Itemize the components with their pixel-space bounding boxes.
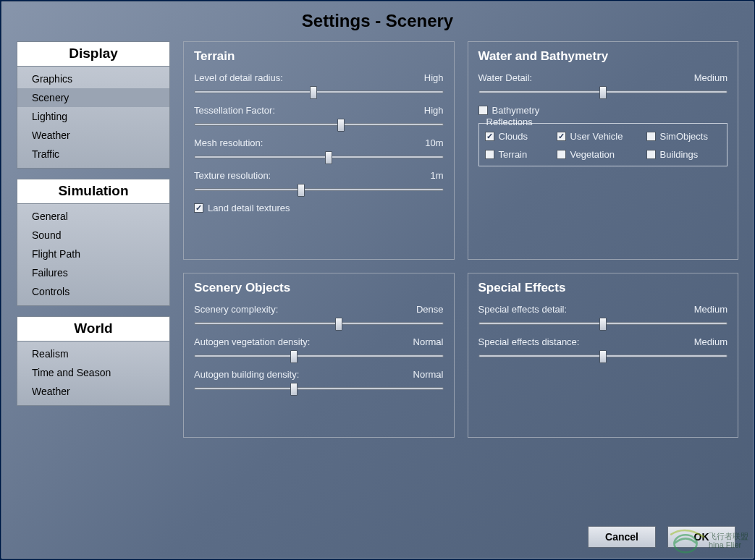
checkbox-vegetation[interactable]: Vegetation — [557, 149, 644, 160]
ok-button[interactable]: OK — [667, 526, 735, 548]
slider-water-detail[interactable] — [478, 85, 728, 99]
cancel-button[interactable]: Cancel — [588, 526, 656, 548]
page-title: Settings - Scenery — [2, 2, 753, 41]
check-icon: ✓ — [557, 132, 566, 141]
panel-terrain: Terrain Level of detail radius: High Tes… — [183, 41, 455, 260]
setting-fx-detail: Special effects detail: Medium — [478, 304, 728, 331]
panel-title-water: Water and Bathymetry — [478, 49, 728, 64]
setting-autogen-bld: Autogen building density: Normal — [194, 369, 444, 396]
sidebar-item-controls[interactable]: Controls — [17, 282, 169, 301]
sidebar-item-scenery[interactable]: Scenery — [17, 88, 169, 107]
value-tessellation: High — [424, 105, 444, 116]
sidebar-item-time-season[interactable]: Time and Season — [17, 363, 169, 382]
slider-fx-distance[interactable] — [478, 349, 728, 363]
footer: Cancel OK — [183, 520, 738, 548]
checkbox-land-detail[interactable]: ✓ Land detail textures — [194, 203, 444, 213]
panel-effects: Special Effects Special effects detail: … — [468, 273, 739, 438]
label-autogen-bld: Autogen building density: — [194, 369, 299, 380]
value-fx-detail: Medium — [694, 304, 727, 315]
legend-reflections: Reflections — [484, 116, 536, 127]
slider-lod-radius[interactable] — [194, 85, 444, 99]
check-icon: ✓ — [485, 132, 494, 141]
setting-lod-radius: Level of detail radius: High — [194, 72, 444, 99]
panel-water: Water and Bathymetry Water Detail: Mediu… — [468, 41, 739, 260]
checkbox-bathymetry[interactable]: Bathymetry — [478, 105, 728, 116]
setting-water-detail: Water Detail: Medium — [478, 72, 728, 99]
sidebar-item-realism[interactable]: Realism — [17, 344, 169, 363]
value-autogen-veg: Normal — [413, 336, 444, 347]
slider-mesh-res[interactable] — [194, 150, 444, 164]
slider-tex-res[interactable] — [194, 182, 444, 197]
sidebar-item-flight-path[interactable]: Flight Path — [17, 245, 169, 263]
checkbox-terrain[interactable]: Terrain — [485, 149, 554, 160]
sidebar-section-world: World Realism Time and Season Weather — [17, 316, 170, 406]
sidebar-header-display: Display — [17, 42, 169, 67]
sidebar-item-general[interactable]: General — [17, 207, 169, 226]
sidebar-section-display: Display Graphics Scenery Lighting Weathe… — [17, 41, 170, 169]
sidebar-item-weather-display[interactable]: Weather — [17, 126, 169, 145]
fieldset-reflections: Reflections ✓Clouds ✓User Vehicle SimObj… — [478, 123, 728, 166]
checkbox-user-vehicle[interactable]: ✓User Vehicle — [557, 131, 644, 142]
label-tessellation: Tessellation Factor: — [194, 105, 275, 116]
checkbox-icon — [485, 150, 494, 159]
content-body: Display Graphics Scenery Lighting Weathe… — [2, 41, 753, 558]
slider-autogen-bld[interactable] — [194, 381, 444, 396]
sidebar-item-graphics[interactable]: Graphics — [17, 69, 169, 88]
value-autogen-bld: Normal — [413, 369, 444, 380]
setting-fx-distance: Special effects distance: Medium — [478, 336, 728, 363]
label-bathymetry: Bathymetry — [492, 105, 540, 116]
sidebar-header-simulation: Simulation — [17, 179, 169, 204]
main-area: Terrain Level of detail radius: High Tes… — [183, 41, 738, 548]
setting-tex-res: Texture resolution: 1m — [194, 170, 444, 197]
label-mesh-res: Mesh resolution: — [194, 137, 263, 148]
value-scenery-complexity: Dense — [416, 304, 444, 315]
label-tex-res: Texture resolution: — [194, 170, 271, 181]
check-icon: ✓ — [194, 203, 203, 213]
sidebar: Display Graphics Scenery Lighting Weathe… — [17, 41, 170, 548]
panel-scenery-objects: Scenery Objects Scenery complexity: Dens… — [183, 273, 455, 438]
checkbox-clouds[interactable]: ✓Clouds — [485, 131, 554, 142]
setting-scenery-complexity: Scenery complexity: Dense — [194, 304, 444, 331]
sidebar-item-failures[interactable]: Failures — [17, 263, 169, 282]
value-water-detail: Medium — [694, 72, 727, 83]
value-tex-res: 1m — [430, 170, 443, 181]
label-scenery-complexity: Scenery complexity: — [194, 304, 278, 315]
checkbox-icon — [478, 106, 488, 115]
label-fx-detail: Special effects detail: — [478, 304, 568, 315]
setting-autogen-veg: Autogen vegetation density: Normal — [194, 336, 444, 363]
slider-tessellation[interactable] — [194, 117, 444, 132]
slider-scenery-complexity[interactable] — [194, 316, 444, 331]
setting-mesh-res: Mesh resolution: 10m — [194, 137, 444, 164]
checkbox-icon — [646, 150, 656, 159]
sidebar-item-sound[interactable]: Sound — [17, 226, 169, 245]
panel-title-terrain: Terrain — [194, 49, 444, 64]
label-fx-distance: Special effects distance: — [478, 336, 580, 347]
sidebar-item-weather-world[interactable]: Weather — [17, 382, 169, 401]
checkbox-icon — [557, 150, 566, 159]
slider-fx-detail[interactable] — [478, 316, 728, 331]
sidebar-item-traffic[interactable]: Traffic — [17, 145, 169, 164]
label-water-detail: Water Detail: — [478, 72, 533, 83]
settings-window: Settings - Scenery Display Graphics Scen… — [1, 1, 754, 559]
setting-tessellation: Tessellation Factor: High — [194, 105, 444, 132]
value-lod-radius: High — [424, 72, 444, 83]
panel-title-effects: Special Effects — [478, 281, 728, 295]
checkbox-buildings[interactable]: Buildings — [646, 149, 719, 160]
checkbox-simobjects[interactable]: SimObjects — [646, 131, 719, 142]
sidebar-item-lighting[interactable]: Lighting — [17, 107, 169, 126]
sidebar-header-world: World — [17, 317, 169, 341]
label-autogen-veg: Autogen vegetation density: — [194, 336, 310, 347]
checkbox-icon — [646, 132, 656, 141]
slider-autogen-veg[interactable] — [194, 349, 444, 363]
panel-title-scenery-objects: Scenery Objects — [194, 281, 444, 295]
label-land-detail: Land detail textures — [208, 203, 290, 213]
value-mesh-res: 10m — [425, 137, 443, 148]
value-fx-distance: Medium — [694, 336, 727, 347]
sidebar-section-simulation: Simulation General Sound Flight Path Fai… — [17, 179, 170, 306]
label-lod-radius: Level of detail radius: — [194, 72, 283, 83]
